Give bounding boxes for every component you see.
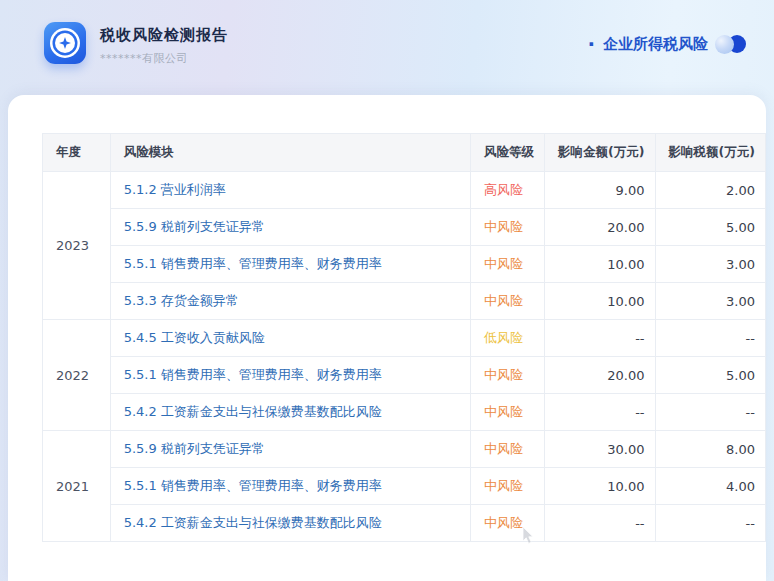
table-row: 20215.5.9 税前列支凭证异常中风险30.008.00: [43, 431, 766, 468]
risk-level-badge: 中风险: [471, 394, 545, 431]
coin-star-icon: [59, 37, 72, 50]
table-row: 5.4.2 工资薪金支出与社保缴费基数配比风险中风险----: [43, 394, 766, 431]
page-title: 税收风险检测报告: [100, 26, 228, 45]
column-header-1: 风险模块: [110, 134, 470, 172]
table-row: 5.5.1 销售费用率、管理费用率、财务费用率中风险10.004.00: [43, 468, 766, 505]
module-link[interactable]: 5.5.9 税前列支凭证异常: [110, 209, 470, 246]
amount-cell: 20.00: [545, 209, 655, 246]
table-row: 5.5.1 销售费用率、管理费用率、财务费用率中风险10.003.00: [43, 246, 766, 283]
table-row: 20235.1.2 营业利润率高风险9.002.00: [43, 172, 766, 209]
column-header-4: 影响税额(万元): [655, 134, 765, 172]
column-header-0: 年度: [43, 134, 111, 172]
app-header: 税收风险检测报告 *******有限公司 · 企业所得税风险: [0, 0, 774, 95]
company-name: *******有限公司: [100, 51, 228, 66]
report-card: 年度风险模块风险等级影响金额(万元)影响税额(万元) 20235.1.2 营业利…: [8, 95, 766, 581]
table-body: 20235.1.2 营业利润率高风险9.002.005.5.9 税前列支凭证异常…: [43, 172, 766, 542]
risk-level-badge: 中风险: [471, 283, 545, 320]
risk-level-badge: 中风险: [471, 468, 545, 505]
column-header-2: 风险等级: [471, 134, 545, 172]
risk-table: 年度风险模块风险等级影响金额(万元)影响税额(万元) 20235.1.2 营业利…: [42, 133, 766, 542]
tax-cell: 5.00: [655, 209, 765, 246]
amount-cell: --: [545, 320, 655, 357]
tax-cell: 3.00: [655, 246, 765, 283]
report-app-icon: [44, 22, 86, 64]
amount-cell: 30.00: [545, 431, 655, 468]
year-cell-2023: 2023: [43, 172, 111, 320]
amount-cell: 10.00: [545, 468, 655, 505]
risk-level-badge: 中风险: [471, 357, 545, 394]
table-row: 5.4.2 工资薪金支出与社保缴费基数配比风险中风险----: [43, 505, 766, 542]
risk-level-badge: 中风险: [471, 209, 545, 246]
module-link[interactable]: 5.4.2 工资薪金支出与社保缴费基数配比风险: [110, 394, 470, 431]
year-cell-2022: 2022: [43, 320, 111, 431]
tax-cell: 4.00: [655, 468, 765, 505]
amount-cell: 20.00: [545, 357, 655, 394]
risk-level-badge: 低风险: [471, 320, 545, 357]
amount-cell: --: [545, 394, 655, 431]
title-block: 税收风险检测报告 *******有限公司: [100, 26, 228, 66]
module-link[interactable]: 5.5.1 销售费用率、管理费用率、财务费用率: [110, 246, 470, 283]
tax-cell: 3.00: [655, 283, 765, 320]
table-row: 5.3.3 存货金额异常中风险10.003.00: [43, 283, 766, 320]
module-link[interactable]: 5.4.5 工资收入贡献风险: [110, 320, 470, 357]
tax-cell: --: [655, 320, 765, 357]
risk-level-badge: 中风险: [471, 431, 545, 468]
table-header-row: 年度风险模块风险等级影响金额(万元)影响税额(万元): [43, 134, 766, 172]
module-link[interactable]: 5.3.3 存货金额异常: [110, 283, 470, 320]
amount-cell: 10.00: [545, 283, 655, 320]
tax-cell: 8.00: [655, 431, 765, 468]
amount-cell: --: [545, 505, 655, 542]
tab-bullet: ·: [587, 37, 595, 52]
coin-icon: [55, 33, 75, 53]
tax-cell: --: [655, 505, 765, 542]
module-link[interactable]: 5.5.1 销售费用率、管理费用率、财务费用率: [110, 357, 470, 394]
year-cell-2021: 2021: [43, 431, 111, 542]
module-link[interactable]: 5.5.9 税前列支凭证异常: [110, 431, 470, 468]
risk-level-badge: 高风险: [471, 172, 545, 209]
tax-cell: 2.00: [655, 172, 765, 209]
mouse-cursor-icon: [522, 527, 536, 545]
module-link[interactable]: 5.1.2 营业利润率: [110, 172, 470, 209]
amount-cell: 9.00: [545, 172, 655, 209]
table-row: 5.5.9 税前列支凭证异常中风险20.005.00: [43, 209, 766, 246]
table-head: 年度风险模块风险等级影响金额(万元)影响税额(万元): [43, 134, 766, 172]
table-row: 5.5.1 销售费用率、管理费用率、财务费用率中风险20.005.00: [43, 357, 766, 394]
column-header-3: 影响金额(万元): [545, 134, 655, 172]
moon-toggle-icon[interactable]: [715, 34, 746, 54]
module-link[interactable]: 5.5.1 销售费用率、管理费用率、财务费用率: [110, 468, 470, 505]
tab-label: 企业所得税风险: [603, 35, 708, 54]
tab-corporate-income-tax-risk[interactable]: · 企业所得税风险: [587, 34, 746, 54]
tax-cell: 5.00: [655, 357, 765, 394]
amount-cell: 10.00: [545, 246, 655, 283]
module-link[interactable]: 5.4.2 工资薪金支出与社保缴费基数配比风险: [110, 505, 470, 542]
risk-level-badge: 中风险: [471, 246, 545, 283]
tax-cell: --: [655, 394, 765, 431]
table-row: 20225.4.5 工资收入贡献风险低风险----: [43, 320, 766, 357]
